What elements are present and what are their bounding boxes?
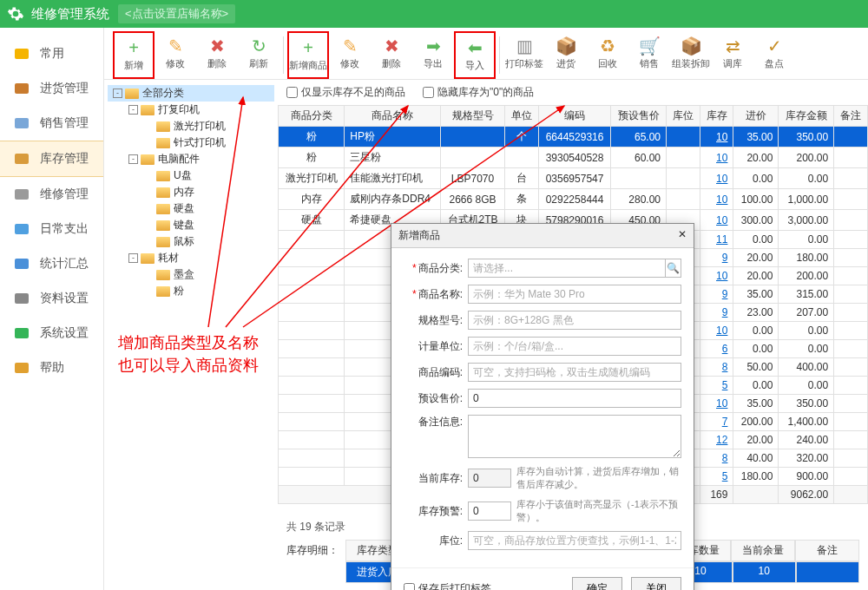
ok-button[interactable]: 确定 <box>572 577 622 590</box>
col-header[interactable]: 规格型号 <box>440 106 504 127</box>
sidebar-label: 进货管理 <box>40 81 89 96</box>
loc-input[interactable] <box>468 531 681 550</box>
price-input[interactable] <box>468 389 681 408</box>
toolbar-label: 回收 <box>587 57 628 70</box>
svg-rect-4 <box>15 189 29 200</box>
folder-icon <box>156 171 170 181</box>
check-hide-zero[interactable]: 隐藏库存为"0"的商品 <box>423 85 534 100</box>
sidebar-item-9[interactable]: 帮助 <box>0 351 103 385</box>
toolbar-盘点[interactable]: ✓盘点 <box>753 31 795 79</box>
toolbar-回收[interactable]: ♻回收 <box>587 31 628 79</box>
sidebar-item-5[interactable]: 日常支出 <box>0 212 103 246</box>
tree-node[interactable]: 针式打印机 <box>108 134 274 151</box>
col-header[interactable]: 商品名称 <box>345 106 441 127</box>
tree-toggle-icon[interactable]: - <box>113 88 122 98</box>
sidebar-label: 维修管理 <box>40 187 89 202</box>
sidebar-item-7[interactable]: 资料设置 <box>0 281 103 316</box>
col-header[interactable]: 库存金额 <box>779 106 834 127</box>
svg-rect-5 <box>15 224 29 234</box>
tree-label: 针式打印机 <box>174 135 226 150</box>
col-header[interactable]: 编码 <box>538 106 610 127</box>
col-header[interactable]: 单位 <box>505 106 539 127</box>
sidebar-icon <box>12 44 31 63</box>
shop-name-button[interactable]: <点击设置店铺名称> <box>118 4 235 23</box>
table-row[interactable]: 内存威刚内存条DDR42666 8GB条0292258444280.001010… <box>279 189 868 210</box>
col-header[interactable]: 进价 <box>733 106 779 127</box>
detail-header: 备注 <box>795 540 859 561</box>
sidebar-item-4[interactable]: 维修管理 <box>0 177 103 212</box>
close-icon[interactable]: ✕ <box>678 228 687 243</box>
code-input[interactable] <box>468 363 681 382</box>
toolbar-刷新[interactable]: ↻刷新 <box>238 31 279 79</box>
app-title: 维修管理系统 <box>31 6 109 23</box>
toolbar-调库[interactable]: ⇄调库 <box>712 31 753 79</box>
toolbar-删除[interactable]: ✖删除 <box>196 31 238 79</box>
unit-input[interactable] <box>468 337 681 356</box>
tree-node[interactable]: 内存 <box>108 184 274 200</box>
table-row[interactable]: 粉HP粉个664452931665.001035.00350.00 <box>279 127 868 148</box>
toolbar-进货[interactable]: 📦进货 <box>545 31 587 79</box>
sidebar-item-2[interactable]: 销售管理 <box>0 106 103 141</box>
stock-input[interactable] <box>468 469 511 488</box>
toolbar-导入[interactable]: ⬅导入 <box>454 31 496 79</box>
toolbar-label: 新增 <box>115 59 153 72</box>
tree-node[interactable]: U盘 <box>108 167 274 184</box>
toolbar-导出[interactable]: ➡导出 <box>412 31 454 79</box>
table-row[interactable]: 粉三星粉393054052860.001020.00200.00 <box>279 148 868 168</box>
toolbar-label: 销售 <box>628 57 670 70</box>
cancel-button[interactable]: 关闭 <box>631 577 681 590</box>
col-header[interactable]: 库位 <box>667 106 700 127</box>
tree-node[interactable]: -全部分类 <box>108 85 274 102</box>
col-header[interactable]: 库存 <box>700 106 733 127</box>
col-header[interactable]: 备注 <box>834 106 868 127</box>
sidebar-icon <box>12 324 31 343</box>
toolbar-组装拆卸[interactable]: 📦组装拆卸 <box>670 31 712 79</box>
tree-node[interactable]: 硬盘 <box>108 200 274 217</box>
warn-input[interactable] <box>468 502 511 521</box>
tree-node[interactable]: -耗材 <box>108 250 274 266</box>
tree-node[interactable]: 激光打印机 <box>108 118 274 134</box>
tree-toggle-icon[interactable]: - <box>128 253 138 263</box>
toolbar-销售[interactable]: 🛒销售 <box>628 31 670 79</box>
save-print-check[interactable]: 保存后打印标签 <box>404 581 491 590</box>
toolbar-修改[interactable]: ✎修改 <box>329 31 371 79</box>
sidebar-icon <box>12 149 31 168</box>
col-header[interactable]: 商品分类 <box>279 106 345 127</box>
tree-node[interactable]: 墨盒 <box>108 266 274 283</box>
search-icon[interactable]: 🔍 <box>666 259 681 278</box>
toolbar-icon: ✖ <box>371 35 412 57</box>
tree-node[interactable]: 粉 <box>108 283 274 299</box>
tree-toggle-icon[interactable]: - <box>128 154 138 164</box>
tree-label: 全部分类 <box>142 86 184 101</box>
sidebar-label: 常用 <box>40 46 64 62</box>
name-input[interactable] <box>468 285 681 304</box>
toolbar-icon: ↻ <box>238 35 279 57</box>
sidebar-icon <box>12 289 31 308</box>
sidebar-icon <box>12 114 31 133</box>
svg-rect-0 <box>15 49 29 59</box>
col-header[interactable]: 预设售价 <box>611 106 667 127</box>
tree-node[interactable]: -打复印机 <box>108 102 274 118</box>
tree-node[interactable]: 鼠标 <box>108 233 274 250</box>
spec-input[interactable] <box>468 311 681 330</box>
table-row[interactable]: 激光打印机佳能激光打印机LBP7070台0356957547100.000.00 <box>279 168 868 189</box>
sidebar-label: 统计汇总 <box>40 256 89 272</box>
toolbar: +新增✎修改✖删除↻刷新+新增商品✎修改✖删除➡导出⬅导入▥打印标签📦进货♻回收… <box>104 28 868 80</box>
sidebar-item-8[interactable]: 系统设置 <box>0 316 103 351</box>
toolbar-删除[interactable]: ✖删除 <box>371 31 412 79</box>
toolbar-修改[interactable]: ✎修改 <box>155 31 196 79</box>
sidebar-item-3[interactable]: 库存管理 <box>0 141 103 177</box>
sidebar-item-1[interactable]: 进货管理 <box>0 71 103 106</box>
tree-node[interactable]: 键盘 <box>108 217 274 233</box>
tree-node[interactable]: -电脑配件 <box>108 151 274 167</box>
note-input[interactable] <box>468 415 681 458</box>
toolbar-新增商品[interactable]: +新增商品 <box>287 31 329 79</box>
check-low-stock[interactable]: 仅显示库存不足的商品 <box>286 85 405 100</box>
category-select[interactable] <box>468 259 666 278</box>
toolbar-打印标签[interactable]: ▥打印标签 <box>503 31 545 79</box>
toolbar-新增[interactable]: +新增 <box>113 31 155 79</box>
sidebar-item-6[interactable]: 统计汇总 <box>0 246 103 281</box>
sidebar-icon <box>12 220 31 239</box>
sidebar-item-0[interactable]: 常用 <box>0 36 103 71</box>
tree-toggle-icon[interactable]: - <box>128 105 138 115</box>
